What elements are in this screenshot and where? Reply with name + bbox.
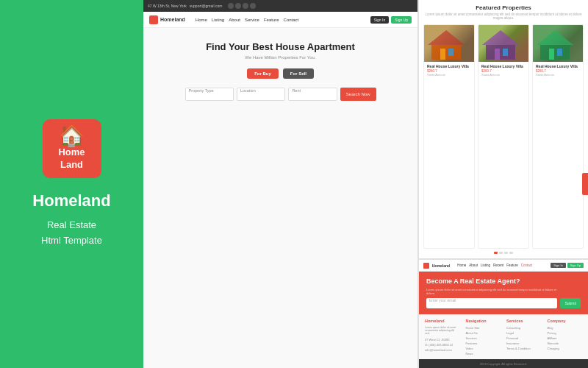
- footer-svc-4: Insurance: [506, 342, 542, 345]
- topbar-social-icons: [228, 3, 256, 9]
- footer-svc-1: Consulting: [506, 326, 542, 330]
- agent-nav: Homeland Home About Listing Recent Featu…: [419, 260, 588, 272]
- agent-signup-button[interactable]: Sign Up: [567, 263, 584, 268]
- left-subtitle: Real Estate Html Template: [41, 218, 102, 249]
- card-name-3: Real House Luxury Villa: [536, 64, 580, 68]
- svg-rect-1: [431, 45, 461, 60]
- nav-link-listing[interactable]: Listing: [212, 18, 224, 22]
- site-logo-icon: [149, 15, 158, 24]
- dot-2[interactable]: [499, 252, 503, 254]
- footer-nav-4: Features: [466, 342, 501, 345]
- featured-title: Featured Properties: [423, 4, 584, 11]
- nav-link-home[interactable]: Home: [196, 18, 207, 22]
- agent-section: Homeland Home About Listing Recent Featu…: [419, 260, 588, 368]
- footer-co-3: Affiliate: [548, 336, 583, 340]
- hero-subtitle: We Have Million Properties For You.: [245, 55, 315, 60]
- site-logo-text: Homeland: [160, 17, 185, 22]
- right-column-previews: Featured Properties Lorem ipsum dolor si…: [419, 0, 588, 368]
- footer-section: Homeland Lorem ipsum dolor sit amet cons…: [419, 314, 588, 359]
- svg-rect-3: [448, 49, 453, 56]
- footer-svc-3: Financial: [506, 336, 542, 340]
- agent-hero-subtitle: Lorem ipsum dolor sit amet consectetur a…: [426, 288, 559, 295]
- logo-box: 🏠 Home Land: [43, 119, 101, 178]
- nav-link-service[interactable]: Service: [245, 18, 259, 22]
- signin-button[interactable]: Sign In: [370, 16, 390, 24]
- agent-signin-button[interactable]: Sign In: [551, 263, 565, 268]
- location-select[interactable]: Location: [237, 88, 285, 101]
- svg-rect-7: [503, 49, 508, 56]
- footer-co-4: Sitecode: [548, 342, 583, 345]
- card-info-2: Real House Luxury Villa $260.7 Santa Ant…: [478, 62, 528, 79]
- svg-rect-5: [486, 45, 515, 60]
- svg-marker-4: [482, 30, 519, 45]
- featured-cards: Real House Luxury Villa $260.7 Santa Ant…: [423, 24, 584, 249]
- site-topbar: 47 W 13th St, New York support@gmail.com: [143, 0, 417, 12]
- site-nav-logo: Homeland: [149, 15, 185, 24]
- right-panel: 47 W 13th St, New York support@gmail.com…: [143, 0, 588, 368]
- left-panel: 🏠 Home Land Homeland Real Estate Html Te…: [0, 0, 143, 368]
- card-info-3: Real House Luxury Villa $260.7 Santa Ant…: [533, 62, 583, 79]
- featured-card-3: Real House Luxury Villa $260.7 Santa Ant…: [532, 24, 584, 249]
- agent-nav-about[interactable]: About: [469, 263, 478, 267]
- agent-nav-recent[interactable]: Recent: [493, 263, 503, 267]
- agent-hero-form: Enter your email Submit: [426, 298, 581, 308]
- site-nav-links: Home Listing About Service Feature Conta…: [196, 18, 366, 22]
- hero-tabs: For Buy For Sell: [247, 68, 314, 79]
- property-image-3: [533, 25, 583, 62]
- nav-link-contact[interactable]: Contact: [284, 18, 299, 22]
- footer-company-title: Company: [548, 319, 583, 323]
- dot-3[interactable]: [504, 252, 508, 254]
- signup-button[interactable]: Sign Up: [391, 16, 412, 24]
- site-nav: Homeland Home Listing About Service Feat…: [143, 12, 417, 28]
- twitter-icon: [235, 3, 241, 9]
- agent-nav-feature[interactable]: Feature: [506, 263, 518, 267]
- agent-hero: Become A Real Estate Agent? Lorem ipsum …: [419, 272, 588, 314]
- card-location-3: Santa Antonio: [536, 73, 580, 77]
- dot-1[interactable]: [494, 252, 498, 254]
- footer-address: 47 West 11, #5280: [425, 338, 460, 342]
- property-type-select[interactable]: Property Type: [185, 88, 234, 101]
- footer-co-1: Blog: [548, 326, 583, 330]
- scroll-indicator[interactable]: [582, 173, 588, 195]
- screenshot-area: 47 W 13th St, New York support@gmail.com…: [143, 0, 588, 368]
- featured-properties-section: Featured Properties Lorem ipsum dolor si…: [419, 0, 588, 258]
- featured-subtitle: Lorem ipsum dolor sit amet consectetur a…: [423, 13, 584, 20]
- svg-marker-8: [537, 30, 573, 45]
- agent-nav-home[interactable]: Home: [457, 263, 466, 267]
- tab-buy[interactable]: For Buy: [247, 68, 279, 79]
- agent-nav-contact[interactable]: Contact: [521, 263, 533, 267]
- main-site-preview: 47 W 13th St, New York support@gmail.com…: [143, 0, 417, 368]
- agent-submit-button[interactable]: Submit: [560, 298, 581, 308]
- agent-nav-buttons: Sign In Sign Up: [551, 263, 584, 268]
- copyright-bar: 2019 Copyright. All rights Reserved.: [419, 359, 588, 368]
- facebook-icon: [228, 3, 234, 9]
- card-name-2: Real House Luxury Villa: [481, 64, 526, 68]
- nav-link-about[interactable]: About: [229, 18, 240, 22]
- hero-title: Find Your Best House Apartment: [206, 41, 355, 52]
- search-now-button[interactable]: Search Now: [340, 88, 376, 101]
- svg-marker-0: [428, 30, 465, 45]
- footer-svc-2: Legal: [506, 331, 542, 335]
- footer-services-title: Services: [506, 319, 542, 323]
- card-name-1: Real House Luxury Villa: [427, 64, 471, 68]
- dot-4[interactable]: [509, 252, 513, 254]
- tab-sell[interactable]: For Sell: [283, 68, 314, 79]
- footer-nav-3: Services: [466, 336, 501, 340]
- footer-col-nav: Navigation Home Site About Us Services F…: [466, 319, 501, 355]
- footer-nav-1: Home Site: [466, 326, 501, 330]
- footer-brand-title: Homeland: [425, 319, 460, 323]
- instagram-icon: [243, 3, 248, 9]
- agent-nav-links: Home About Listing Recent Feature Contac…: [457, 263, 548, 267]
- rent-select[interactable]: Rent: [288, 88, 337, 101]
- property-image-2: [478, 25, 528, 62]
- topbar-email: support@gmail.com: [190, 4, 223, 8]
- agent-email-input[interactable]: Enter your email: [426, 298, 557, 308]
- nav-link-feature[interactable]: Feature: [264, 18, 279, 22]
- agent-nav-listing[interactable]: Listing: [481, 263, 490, 267]
- agent-nav-logo-icon: [423, 263, 429, 269]
- footer-col-brand: Homeland Lorem ipsum dolor sit amet cons…: [425, 319, 460, 355]
- footer-col-company: Company Blog Pricing Affiliate Sitecode …: [548, 319, 583, 355]
- footer-brand-desc: Lorem ipsum dolor sit amet consectetur a…: [425, 326, 460, 335]
- agent-nav-logo-text: Homeland: [432, 263, 450, 268]
- linkedin-icon: [250, 3, 256, 9]
